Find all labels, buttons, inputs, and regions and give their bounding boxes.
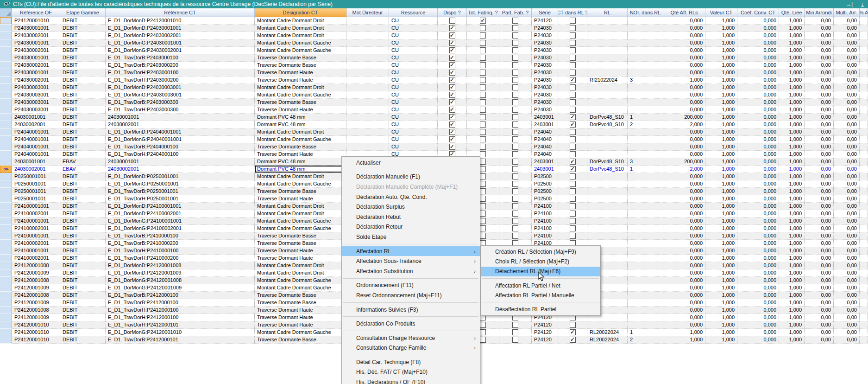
cell-multi_arr[interactable]: 0,00 (834, 69, 860, 77)
cell-serie[interactable]: P24030 (532, 106, 558, 114)
cell-pct[interactable] (860, 173, 868, 180)
cell-min_arr[interactable]: 0,00 (805, 62, 834, 69)
cell-nor[interactable]: 3 (628, 158, 663, 166)
cell-ct[interactable]: E_D1_TravDorB:P2403000100 (106, 54, 255, 62)
cell-des[interactable]: Traverse Dormante Basse (255, 232, 346, 240)
column-header-etape[interactable]: Etape Gamme (60, 8, 106, 17)
cell-des[interactable]: Montant Cadre Dormant Droit (255, 128, 346, 136)
ct_rl-checkbox[interactable] (570, 173, 576, 179)
cell-ressource[interactable]: CU (389, 32, 438, 39)
cell-qte_aff[interactable]: 0,000 (663, 262, 705, 269)
dispo-checkbox[interactable]: ✓ (449, 77, 455, 83)
row-selector[interactable] (0, 114, 12, 121)
cell-serie[interactable]: P24100 (532, 218, 558, 225)
cell-of[interactable]: 24030001001 (12, 114, 60, 121)
cell-rl[interactable] (587, 25, 628, 32)
cell-coef[interactable]: 0,000 (737, 32, 779, 39)
cell-etape[interactable]: DEBIT (60, 62, 106, 69)
cell-qte_liee[interactable]: 1,000 (779, 106, 805, 114)
submenu-item-choix-rl-selection-maj-f2[interactable]: Choix RL / Sélection (Maj+F2) (481, 256, 600, 266)
cell-qte_liee[interactable]: 1,000 (779, 292, 805, 299)
cell-valeur[interactable]: 1,000 (705, 255, 737, 262)
cell-multi_arr[interactable]: 0,00 (834, 39, 860, 47)
row-selector[interactable] (0, 314, 12, 321)
cell-multi_arr[interactable]: 0,00 (834, 128, 860, 136)
row-selector[interactable] (0, 69, 12, 77)
cell-rl[interactable] (587, 232, 628, 240)
ct_rl-checkbox[interactable]: ✓ (570, 77, 576, 83)
cell-nor[interactable] (628, 277, 663, 284)
cell-multi_arr[interactable]: 0,00 (834, 47, 860, 54)
cell-nor[interactable] (628, 314, 663, 321)
cell-etape[interactable]: DEBIT (60, 151, 106, 158)
cell-ressource[interactable]: CU (389, 69, 438, 77)
cell-etape[interactable]: DEBIT (60, 314, 106, 321)
column-header-ressource[interactable]: Ressource (389, 8, 438, 17)
cell-min_arr[interactable]: 0,00 (805, 195, 834, 203)
cell-min_arr[interactable]: 0,00 (805, 277, 834, 284)
cell-rl[interactable]: RL20022024 (587, 336, 628, 344)
cell-mot[interactable] (346, 128, 389, 136)
cell-ct[interactable]: E_D1_TravDorB:P2410000100 (106, 232, 255, 240)
cell-min_arr[interactable]: 0,00 (805, 143, 834, 151)
ct_rl-checkbox[interactable] (570, 136, 576, 142)
tot_fab-checkbox[interactable] (480, 181, 486, 187)
cell-nor[interactable] (628, 32, 663, 39)
submenu-item-desaffectation-rl-partiel[interactable]: Désaffectation RL Partiel (481, 304, 600, 314)
row-selector[interactable] (0, 336, 12, 344)
cell-qte_aff[interactable]: 0,000 (663, 307, 705, 314)
tot_fab-checkbox[interactable] (480, 55, 486, 61)
cell-multi_arr[interactable]: 0,00 (834, 277, 860, 284)
cell-ct[interactable]: E_D1_DorMonD:P24030002001 (106, 32, 255, 39)
menu-item-affectation-substitution[interactable]: Affectation Substitution› (342, 266, 480, 276)
cell-des[interactable]: Montant Cadre Dormant Droit (255, 210, 346, 218)
cell-des[interactable]: Montant Cadre Dormant Gauche (255, 180, 346, 188)
cell-des[interactable]: Montant Cadre Dormant Gauche (255, 218, 346, 225)
dispo-checkbox[interactable]: ✓ (449, 144, 455, 150)
cell-etape[interactable]: DEBIT (60, 292, 106, 299)
tot_fab-checkbox[interactable] (480, 114, 486, 120)
cell-valeur[interactable]: 1,000 (705, 136, 737, 143)
cell-valeur[interactable]: 1,000 (705, 195, 737, 203)
cell-coef[interactable]: 0,000 (737, 128, 779, 136)
cell-coef[interactable]: 0,000 (737, 158, 779, 166)
cell-min_arr[interactable]: 0,00 (805, 54, 834, 62)
menu-item-declaration-rebut[interactable]: Déclaration Rebut (342, 212, 480, 222)
cell-des[interactable]: Traverse Dormante Basse (255, 62, 346, 69)
cell-pct[interactable] (860, 114, 868, 121)
cell-qte_liee[interactable]: 1,000 (779, 121, 805, 128)
cell-etape[interactable]: DEBIT (60, 240, 106, 247)
cell-nor[interactable] (628, 203, 663, 210)
row-selector[interactable] (0, 203, 12, 210)
ct_rl-checkbox[interactable] (570, 196, 576, 202)
ct_rl-checkbox[interactable] (570, 47, 576, 53)
submenu-item-affectation-rl-partiel-net[interactable]: Affectation RL Partiel / Net (481, 281, 600, 290)
cell-nor[interactable]: 1 (628, 114, 663, 121)
dispo-checkbox[interactable]: ✓ (449, 32, 455, 38)
cell-qte_liee[interactable]: 1,000 (779, 262, 805, 269)
dispo-checkbox[interactable]: ✓ (449, 62, 455, 68)
cell-of[interactable]: P24030003001 (12, 91, 60, 99)
row-selector[interactable] (0, 262, 12, 269)
cell-ct[interactable]: 24030001001 (106, 114, 255, 121)
cell-min_arr[interactable]: 0,00 (805, 128, 834, 136)
cell-qte_liee[interactable]: 1,000 (779, 99, 805, 106)
cell-ct[interactable]: E_D1_DorMonD:P24100002001 (106, 210, 255, 218)
cell-des[interactable]: Montant Cadre Dormant Droit (255, 269, 346, 277)
cell-etape[interactable]: DEBIT (60, 247, 106, 255)
cell-nor[interactable] (628, 284, 663, 292)
cell-multi_arr[interactable]: 0,00 (834, 25, 860, 32)
cell-pct[interactable] (860, 269, 868, 277)
cell-qte_aff[interactable]: 1,000 (663, 336, 705, 344)
cell-mot[interactable] (346, 121, 389, 128)
cell-qte_aff[interactable]: 0,000 (663, 106, 705, 114)
cell-nor[interactable] (628, 210, 663, 218)
cell-rl[interactable] (587, 69, 628, 77)
cell-ct[interactable]: E_D1_TravDorB:P2412000101 (106, 336, 255, 344)
cell-mot[interactable] (346, 17, 389, 25)
row-selector[interactable] (0, 47, 12, 54)
cell-coef[interactable]: 0,000 (737, 151, 779, 158)
cell-of[interactable]: P24100001001 (12, 232, 60, 240)
cell-qte_aff[interactable]: 0,000 (663, 32, 705, 39)
cell-min_arr[interactable]: 0,00 (805, 329, 834, 336)
